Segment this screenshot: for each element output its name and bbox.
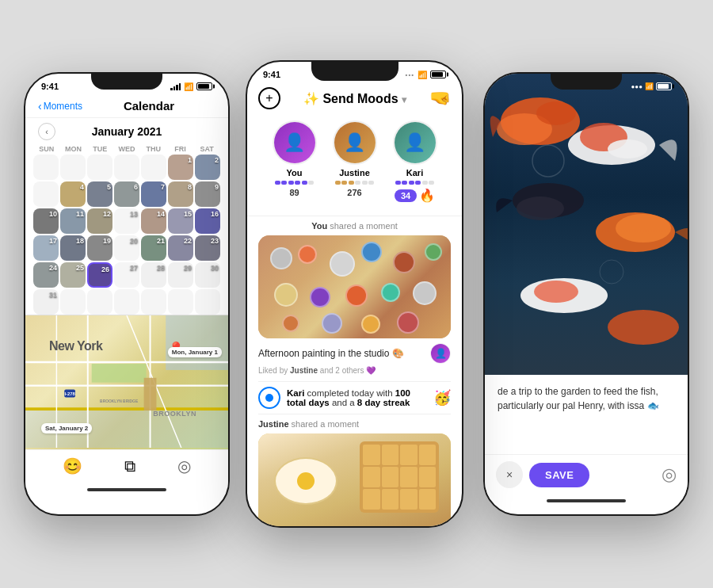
time-left: 9:41	[41, 82, 59, 91]
cal-day[interactable]: 28	[141, 262, 166, 288]
food-plate-mock	[258, 433, 451, 528]
cal-day[interactable]: 8	[168, 181, 193, 207]
send-moods-title: ✨ Send Moods ▾	[287, 91, 423, 106]
friend-you[interactable]: 👤 You 89	[273, 120, 317, 203]
cal-day[interactable]: 24	[33, 262, 59, 288]
cal-day[interactable]	[141, 155, 166, 180]
dropdown-icon: ▾	[402, 94, 406, 105]
friend-kari[interactable]: 👤 Kari 34 🔥	[393, 120, 437, 203]
cal-day[interactable]: 11	[60, 208, 86, 234]
cal-day[interactable]: 2	[195, 155, 220, 180]
cal-day[interactable]: 19	[87, 235, 112, 261]
cal-day[interactable]: 18	[60, 235, 86, 261]
paint-can	[425, 243, 442, 261]
cal-day[interactable]: 13	[114, 208, 139, 234]
cal-day	[114, 289, 139, 315]
svg-rect-10	[144, 378, 157, 410]
feed: You shared a moment	[247, 221, 462, 528]
svg-point-28	[600, 260, 623, 284]
cal-day[interactable]	[33, 155, 59, 180]
cal-day[interactable]: 14	[141, 208, 166, 234]
cal-day[interactable]: 29	[168, 262, 193, 288]
paint-can	[310, 287, 330, 307]
justine-moment: Justine shared a moment	[258, 414, 451, 528]
feed-divider	[247, 216, 462, 216]
paint-can	[413, 281, 437, 305]
nav-spiral-icon[interactable]: ◎	[177, 456, 191, 475]
cal-day[interactable]: 10	[33, 208, 59, 234]
battery-icon-center	[430, 71, 446, 78]
hand-icon[interactable]: 🤜	[429, 88, 451, 109]
cal-day[interactable]: 1	[168, 155, 193, 180]
cal-day[interactable]: 22	[168, 235, 193, 261]
save-button[interactable]: SAVE	[529, 463, 589, 487]
avatar-placeholder-kari: 👤	[395, 122, 436, 163]
cal-day	[195, 289, 220, 315]
cal-day[interactable]	[33, 181, 59, 207]
status-icons-left: 📶	[170, 82, 212, 91]
paint-can	[397, 311, 419, 334]
moment2-image	[258, 433, 451, 528]
battery-icon	[196, 82, 212, 90]
calendar-grid: SUN MON TUE WED THU FRI SAT 1 2	[25, 143, 228, 315]
cal-day-today[interactable]: 26	[87, 262, 112, 288]
streak-text: Kari completed today with 100 total days…	[287, 388, 427, 407]
plate-oval	[274, 457, 337, 505]
cal-day[interactable]: 4	[60, 181, 86, 207]
cal-day[interactable]	[114, 155, 139, 180]
center-header: + ✨ Send Moods ▾ 🤜	[247, 84, 462, 116]
cal-day[interactable]: 7	[141, 181, 166, 207]
friend-justine[interactable]: 👤 Justine 276	[333, 120, 377, 203]
friend-name-you: You	[287, 168, 303, 178]
friend-score-justine: 276	[347, 188, 361, 197]
text-content: de a trip to the garden to feed the fish…	[498, 384, 675, 413]
friend-score-kari: 34	[395, 189, 417, 202]
cal-day[interactable]: 30	[195, 262, 220, 288]
cal-day[interactable]: 31	[33, 289, 59, 315]
text-section: de a trip to the garden to feed the fish…	[485, 375, 688, 454]
cal-day[interactable]: 6	[114, 181, 139, 207]
spiral-icon-right[interactable]: ◎	[662, 464, 677, 485]
nav-emoji-icon[interactable]: 😊	[63, 456, 82, 475]
month-label: January 2021	[92, 125, 162, 138]
map-section: BROOKLYN BRIDGE I-278 New York 📍 Mon, Ja…	[25, 315, 228, 449]
cal-day[interactable]: 25	[60, 262, 86, 288]
map-date-badge-2: Sat, January 2	[41, 423, 92, 433]
nav-calendar-icon[interactable]: ⧉	[124, 457, 135, 475]
close-button[interactable]: ×	[496, 461, 523, 488]
cal-week: 31	[33, 289, 220, 315]
cal-day[interactable]: 27	[114, 262, 139, 288]
svg-rect-9	[92, 364, 147, 383]
cal-day[interactable]: 9	[195, 181, 220, 207]
cal-day[interactable]	[60, 155, 86, 180]
streak-emoji: 🥳	[433, 389, 451, 407]
notch-center	[311, 62, 398, 81]
avatar-placeholder-you: 👤	[274, 122, 315, 163]
friend-name-justine: Justine	[339, 168, 370, 178]
cal-day[interactable]: 5	[87, 181, 112, 207]
cal-day[interactable]: 17	[33, 235, 59, 261]
map-new-york-label: New York	[49, 339, 102, 353]
cal-week: 4 5 6 7 8 9	[33, 181, 220, 207]
cal-day[interactable]: 20	[114, 235, 139, 261]
add-button[interactable]: +	[258, 87, 280, 109]
cal-day[interactable]: 16	[195, 208, 220, 234]
cal-day[interactable]: 15	[168, 208, 193, 234]
streak-row: Kari completed today with 100 total days…	[258, 381, 451, 414]
paint-can	[298, 245, 317, 264]
cal-day[interactable]: 21	[141, 235, 166, 261]
back-button[interactable]: ‹ Moments	[38, 100, 82, 113]
cal-day[interactable]	[87, 155, 112, 180]
battery-icon-right	[656, 82, 672, 90]
cal-day[interactable]: 12	[87, 208, 112, 234]
notch-left	[91, 74, 162, 90]
prev-month-button[interactable]: ‹	[38, 123, 55, 140]
calendar-title: Calendar	[82, 99, 215, 113]
cal-day[interactable]: 23	[195, 235, 220, 261]
cal-week: 24 25 26 27 28 29 30	[33, 262, 220, 288]
egg-yolk	[297, 472, 315, 490]
svg-point-25	[534, 281, 578, 303]
signal-icon	[170, 82, 181, 90]
phone-center: 9:41 ••• 📶 + ✨ Send Moods ▾ 🤜 👤 You	[246, 60, 463, 528]
cal-week: 1 2	[33, 155, 220, 180]
